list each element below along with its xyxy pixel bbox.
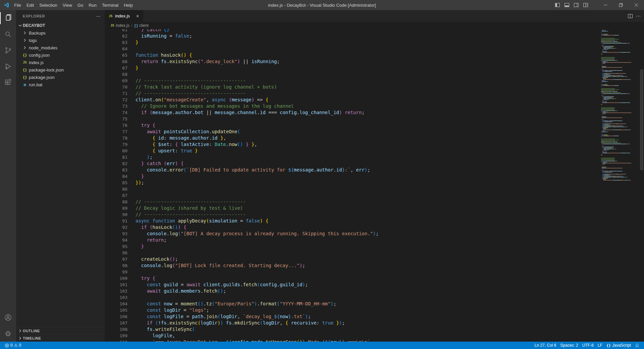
line-number[interactable]: 79 (105, 141, 136, 148)
code-line-92[interactable]: 92 if (hasLock()) { (105, 224, 600, 231)
workspace-root[interactable]: DECAYBOT (16, 22, 105, 29)
line-number[interactable]: 61 (105, 29, 136, 33)
restore-button[interactable] (613, 0, 629, 10)
line-number[interactable]: 98 (105, 262, 136, 269)
line-number[interactable]: 62 (105, 33, 136, 39)
line-number[interactable]: 90 (105, 211, 136, 218)
code-line-91[interactable]: 91async function applyDecay(simulation =… (105, 218, 600, 224)
line-number[interactable]: 74 (105, 109, 136, 116)
line-number[interactable]: 88 (105, 199, 136, 205)
settings-gear-icon[interactable]: ⚙ (0, 326, 16, 342)
status-item-utf-8[interactable]: UTF-8 (580, 342, 596, 349)
minimap[interactable] (601, 29, 639, 181)
tree-item-index.js[interactable]: JSindex.js (16, 59, 105, 66)
line-number[interactable]: 101 (105, 282, 136, 288)
toggle-panel-icon[interactable] (562, 0, 572, 10)
line-number[interactable]: 82 (105, 160, 136, 167)
code-line-94[interactable]: 94 return; (105, 237, 600, 243)
line-number[interactable]: 81 (105, 154, 136, 160)
line-number[interactable]: 66 (105, 58, 136, 65)
line-number[interactable]: 103 (105, 294, 136, 301)
code-line-110[interactable]: 110 `=== Asuna DecayBot Log - ${config.m… (105, 339, 600, 342)
status-item-spaces-2[interactable]: Spaces: 2 (558, 342, 580, 349)
code-line-105[interactable]: 105 const logDir = "logs"; (105, 307, 600, 313)
line-number[interactable]: 65 (105, 52, 136, 58)
code-line-98[interactable]: 98 console.log("[BOT] Lock file created.… (105, 262, 600, 269)
outline-section[interactable]: OUTLINE (16, 327, 105, 334)
code-line-78[interactable]: 78 { id: message.author.id }, (105, 135, 600, 141)
code-line-106[interactable]: 106 const logFile = path.join(logDir, `d… (105, 313, 600, 320)
menu-go[interactable]: Go (75, 0, 86, 10)
line-number[interactable]: 85 (105, 180, 136, 186)
line-number[interactable]: 109 (105, 333, 136, 339)
explorer-icon[interactable] (0, 10, 16, 26)
line-number[interactable]: 95 (105, 243, 136, 250)
code-line-108[interactable]: 108 fs.writeFileSync( (105, 326, 600, 333)
toggle-sidebar-icon[interactable] (553, 0, 562, 10)
line-number[interactable]: 67 (105, 65, 136, 71)
code-line-69[interactable]: 69// -----------------------------------… (105, 78, 600, 84)
code-line-76[interactable]: 76 try { (105, 122, 600, 129)
menu-terminal[interactable]: Terminal (99, 0, 121, 10)
line-number[interactable]: 94 (105, 237, 136, 243)
editor-more-actions-icon[interactable]: ⋯ (636, 13, 641, 19)
code-line-73[interactable]: 73 // Ignore bot messages and messages i… (105, 103, 600, 109)
tab-index-js[interactable]: JS index.js × (105, 10, 144, 22)
line-number[interactable]: 93 (105, 231, 136, 237)
tree-item-config.json[interactable]: {}config.json (16, 51, 105, 59)
line-number[interactable]: 102 (105, 288, 136, 294)
code-line-77[interactable]: 77 await pointsCollection.updateOne( (105, 129, 600, 135)
code-line-104[interactable]: 104 const now = moment().tz("Europe/Pari… (105, 301, 600, 307)
breadcrumb-file[interactable]: index.js (116, 23, 129, 28)
line-number[interactable]: 108 (105, 326, 136, 333)
code-line-82[interactable]: 82 } catch (err) { (105, 160, 600, 167)
tree-item-node_modules[interactable]: node_modules (16, 44, 105, 51)
code-line-95[interactable]: 95 } (105, 243, 600, 250)
line-number[interactable]: 72 (105, 97, 136, 103)
code-editor[interactable]: 61 } catch {}62 isRunning = false;63}646… (105, 29, 644, 342)
line-number[interactable]: 63 (105, 39, 136, 46)
code-line-86[interactable]: 86 (105, 186, 600, 192)
code-line-84[interactable]: 84 } (105, 173, 600, 180)
code-line-80[interactable]: 80 { upsert: true } (105, 148, 600, 154)
line-number[interactable]: 80 (105, 148, 136, 154)
line-number[interactable]: 100 (105, 275, 136, 282)
status-item-lf[interactable]: LF (596, 342, 604, 349)
code-line-101[interactable]: 101 const guild = await client.guilds.fe… (105, 282, 600, 288)
tree-item-package-lock.json[interactable]: {}package-lock.json (16, 66, 105, 73)
line-number[interactable]: 70 (105, 84, 136, 90)
line-number[interactable]: 83 (105, 167, 136, 173)
close-window-button[interactable] (629, 0, 644, 10)
line-number[interactable]: 73 (105, 103, 136, 109)
code-line-107[interactable]: 107 if (!fs.existsSync(logDir)) fs.mkdir… (105, 320, 600, 326)
line-number[interactable]: 110 (105, 339, 136, 342)
menu-view[interactable]: View (60, 0, 75, 10)
line-number[interactable]: 97 (105, 256, 136, 262)
line-number[interactable]: 77 (105, 129, 136, 135)
source-control-icon[interactable] (0, 42, 16, 58)
code-line-63[interactable]: 63} (105, 39, 600, 46)
more-actions-icon[interactable]: ⋯ (96, 13, 101, 19)
line-number[interactable]: 64 (105, 46, 136, 52)
code-line-66[interactable]: 66 return fs.existsSync(".decay_lock") |… (105, 58, 600, 65)
line-number[interactable]: 96 (105, 250, 136, 256)
code-line-87[interactable]: 87 (105, 192, 600, 199)
split-editor-icon[interactable] (628, 13, 633, 19)
menu-edit[interactable]: Edit (24, 0, 37, 10)
code-line-68[interactable]: 68 (105, 71, 600, 78)
line-number[interactable]: 99 (105, 269, 136, 275)
line-number[interactable]: 78 (105, 135, 136, 141)
run-and-debug-icon[interactable] (0, 58, 16, 74)
tree-item-logs[interactable]: logs (16, 37, 105, 44)
line-number[interactable]: 71 (105, 90, 136, 97)
extensions-icon[interactable] (0, 74, 16, 91)
scrollbar-thumb[interactable] (640, 69, 643, 170)
line-number[interactable]: 75 (105, 116, 136, 122)
code-line-96[interactable]: 96 (105, 250, 600, 256)
menu-selection[interactable]: Selection (37, 0, 60, 10)
vertical-scrollbar[interactable] (639, 29, 644, 342)
code-line-89[interactable]: 89// Decay logic (shared by test & live) (105, 205, 600, 211)
breadcrumb-symbol[interactable]: client (139, 23, 149, 28)
code-line-67[interactable]: 67} (105, 65, 600, 71)
code-line-72[interactable]: 72client.on("messageCreate", async (mess… (105, 97, 600, 103)
